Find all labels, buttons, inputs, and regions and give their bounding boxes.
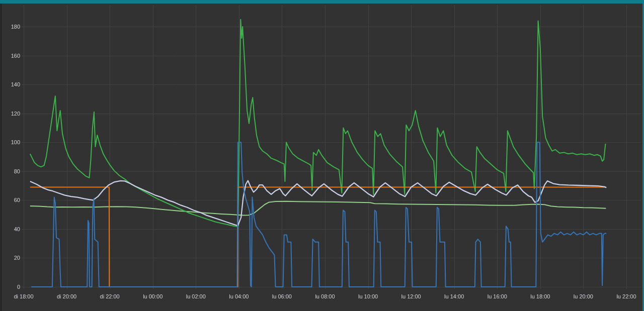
x-axis-label: di 20:00 [57, 293, 76, 299]
x-axis-label: lu 20:00 [574, 293, 593, 299]
x-axis-label: di 22:00 [100, 293, 120, 299]
x-axis-label: lu 18:00 [530, 293, 550, 299]
x-axis-label: lu 06:00 [272, 293, 292, 299]
x-axis-label: lu 22:00 [616, 293, 636, 299]
y-axis-label: 60 [3, 197, 20, 203]
x-axis-label: lu 10:00 [358, 293, 378, 299]
x-axis-label: lu 12:00 [401, 293, 421, 299]
x-axis-label: lu 04:00 [229, 293, 249, 299]
y-axis-label: 40 [3, 226, 20, 232]
x-axis-label: di 18:00 [14, 293, 33, 299]
x-axis-label: lu 16:00 [488, 293, 507, 299]
y-axis-label: 120 [3, 111, 20, 117]
y-axis-label: 140 [3, 81, 20, 87]
y-axis-label: 0 [3, 284, 20, 290]
x-axis-label: lu 14:00 [444, 293, 464, 299]
x-axis-label: lu 00:00 [143, 293, 163, 299]
x-axis-label: lu 08:00 [315, 293, 335, 299]
x-axis-label: lu 02:00 [186, 293, 206, 299]
chart-canvas[interactable] [0, 0, 644, 311]
monitoring-window: di 18:00di 20:00di 22:00lu 00:00lu 02:00… [0, 0, 644, 311]
y-axis-label: 80 [3, 168, 20, 174]
y-axis-label: 100 [3, 139, 20, 145]
y-axis-label: 20 [3, 255, 20, 261]
y-axis-label: 160 [3, 53, 20, 59]
y-axis-label: 180 [3, 24, 20, 30]
